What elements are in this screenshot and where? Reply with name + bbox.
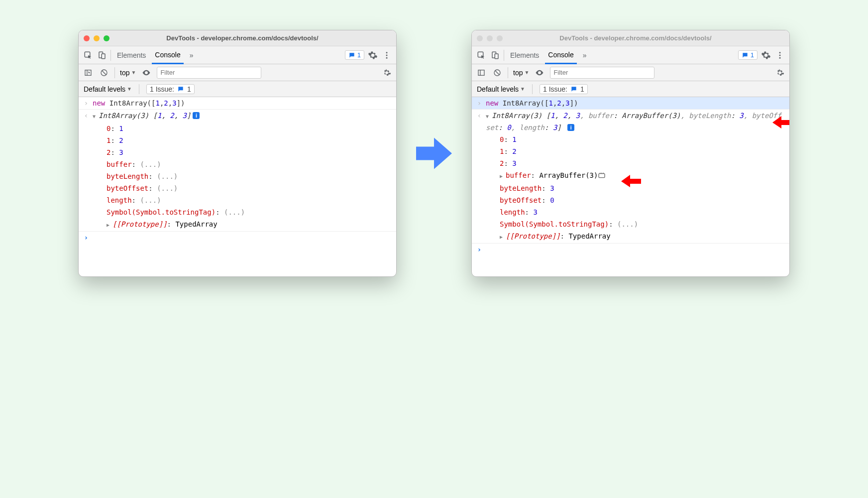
console-settings-gear-icon[interactable] (774, 67, 785, 78)
output-summary[interactable]: ▼Int8Array(3) [1, 2, 3]i (93, 110, 392, 122)
eager-prop[interactable]: byteLength: 3 (472, 182, 789, 194)
prompt-row[interactable]: › (472, 244, 789, 255)
settings-gear-icon[interactable] (760, 50, 771, 61)
issues-label: 1 Issue: (150, 85, 174, 93)
array-entry[interactable]: 0: 1 (472, 133, 789, 145)
input-row: › new Int8Array([1,2,3]) (472, 97, 789, 110)
titlebar[interactable]: DevTools - developer.chrome.com/docs/dev… (472, 30, 789, 46)
devtools-tabs: Elements Console » 1 (472, 46, 789, 64)
output-row[interactable]: ‹ ▼Int8Array(3) [1, 2, 3, buffer: ArrayB… (472, 110, 789, 133)
lazy-prop[interactable]: length: (...) (79, 194, 396, 206)
lazy-prop[interactable]: byteLength: (...) (79, 170, 396, 182)
zoom-dot-icon[interactable] (497, 35, 503, 41)
svg-point-3 (386, 52, 388, 53)
log-level-selector[interactable]: Default levels ▼ (477, 85, 525, 93)
issues-badge[interactable]: 1 (345, 50, 364, 60)
console-input-code: new Int8Array([1,2,3]) (93, 98, 392, 109)
inspect-icon[interactable] (476, 50, 487, 61)
svg-point-5 (386, 57, 388, 58)
context-selector[interactable]: top ▼ (120, 69, 136, 77)
live-expression-eye-icon[interactable] (534, 67, 545, 78)
array-entry[interactable]: 1: 2 (472, 145, 789, 157)
tab-console[interactable]: Console (152, 46, 183, 64)
array-entry[interactable]: 2: 3 (79, 146, 396, 158)
minimize-dot-icon[interactable] (94, 35, 100, 41)
svg-rect-14 (478, 70, 484, 75)
close-dot-icon[interactable] (84, 35, 90, 41)
input-row: › new Int8Array([1,2,3]) (79, 97, 396, 110)
console-log-area[interactable]: › new Int8Array([1,2,3]) ‹ ▼Int8Array(3)… (79, 97, 396, 276)
memory-inspector-icon[interactable] (598, 172, 606, 179)
console-sidebar-toggle-icon[interactable] (83, 67, 94, 78)
array-entry[interactable]: 2: 3 (472, 157, 789, 169)
eager-prop[interactable]: byteOffset: 0 (472, 194, 789, 206)
tab-more[interactable]: » (580, 46, 590, 64)
svg-rect-6 (85, 70, 91, 75)
badge-count: 1 (751, 51, 754, 59)
minimize-dot-icon[interactable] (487, 35, 493, 41)
prototype-row[interactable]: ▶[[Prototype]]: TypedArray (472, 230, 789, 244)
lazy-prop[interactable]: Symbol(Symbol.toStringTag): (...) (79, 206, 396, 218)
symbol-row[interactable]: Symbol(Symbol.toStringTag): (...) (472, 218, 789, 230)
console-toolbar: top ▼ (79, 64, 396, 81)
svg-point-4 (386, 54, 388, 56)
buffer-row[interactable]: ▶buffer: ArrayBuffer(3) (472, 169, 789, 182)
zoom-dot-icon[interactable] (104, 35, 109, 41)
console-filterbar: Default levels ▼ 1 Issue: 1 (79, 81, 396, 97)
lazy-prop[interactable]: byteOffset: (...) (79, 182, 396, 194)
device-toggle-icon[interactable] (490, 50, 501, 61)
traffic-lights[interactable] (84, 35, 109, 41)
array-entry[interactable]: 0: 1 (79, 123, 396, 134)
inspect-icon[interactable] (83, 50, 94, 61)
console-settings-gear-icon[interactable] (381, 67, 392, 78)
eager-prop[interactable]: length: 3 (472, 206, 789, 218)
svg-rect-16 (599, 174, 605, 178)
filter-input[interactable] (550, 67, 654, 79)
svg-point-11 (779, 52, 781, 53)
live-expression-eye-icon[interactable] (141, 67, 152, 78)
close-dot-icon[interactable] (477, 35, 483, 41)
issues-badge[interactable]: 1 (738, 50, 758, 60)
tab-console[interactable]: Console (545, 46, 576, 64)
window-title: DevTools - developer.chrome.com/docs/dev… (507, 34, 784, 42)
output-chevron-icon: ‹ (83, 110, 90, 122)
tab-more[interactable]: » (187, 46, 197, 64)
console-input-code: new Int8Array([1,2,3]) (486, 98, 785, 109)
input-chevron-icon: › (476, 98, 483, 109)
devtools-tabs: Elements Console » 1 (79, 46, 396, 64)
console-filterbar: Default levels ▼ 1 Issue: 1 (472, 81, 789, 97)
clear-console-icon[interactable] (99, 67, 109, 78)
tab-elements[interactable]: Elements (507, 46, 542, 64)
filter-input[interactable] (157, 67, 261, 79)
log-level-selector[interactable]: Default levels ▼ (84, 85, 132, 93)
context-selector[interactable]: top ▼ (513, 69, 529, 77)
issues-count: 1 (187, 85, 191, 93)
svg-point-13 (779, 57, 781, 58)
devtools-window-after: DevTools - developer.chrome.com/docs/dev… (471, 30, 790, 277)
transition-arrow-icon (412, 131, 456, 176)
prompt-chevron-icon: › (476, 244, 483, 255)
issues-chip[interactable]: 1 Issue: 1 (540, 84, 588, 94)
lazy-prop[interactable]: buffer: (...) (79, 158, 396, 170)
prompt-row[interactable]: › (79, 232, 396, 244)
output-summary[interactable]: ▼Int8Array(3) [1, 2, 3, buffer: ArrayBuf… (486, 110, 785, 133)
issues-chip[interactable]: 1 Issue: 1 (146, 84, 195, 94)
traffic-lights-inactive[interactable] (477, 35, 503, 41)
svg-rect-2 (102, 54, 105, 59)
clear-console-icon[interactable] (492, 67, 503, 78)
console-sidebar-toggle-icon[interactable] (476, 67, 487, 78)
titlebar[interactable]: DevTools - developer.chrome.com/docs/dev… (79, 30, 396, 46)
prompt-chevron-icon: › (83, 232, 90, 243)
console-log-area[interactable]: › new Int8Array([1,2,3]) ‹ ▼Int8Array(3)… (472, 97, 789, 276)
info-icon[interactable]: i (567, 124, 574, 131)
tab-elements[interactable]: Elements (114, 46, 149, 64)
kebab-menu-icon[interactable] (774, 50, 785, 61)
prototype-row[interactable]: ▶[[Prototype]]: TypedArray (79, 218, 396, 232)
device-toggle-icon[interactable] (97, 50, 108, 61)
info-icon[interactable]: i (193, 112, 200, 119)
kebab-menu-icon[interactable] (381, 50, 392, 61)
output-row[interactable]: ‹ ▼Int8Array(3) [1, 2, 3]i (79, 110, 396, 123)
array-entry[interactable]: 1: 2 (79, 134, 396, 146)
console-toolbar: top ▼ (472, 64, 789, 81)
settings-gear-icon[interactable] (367, 50, 378, 61)
